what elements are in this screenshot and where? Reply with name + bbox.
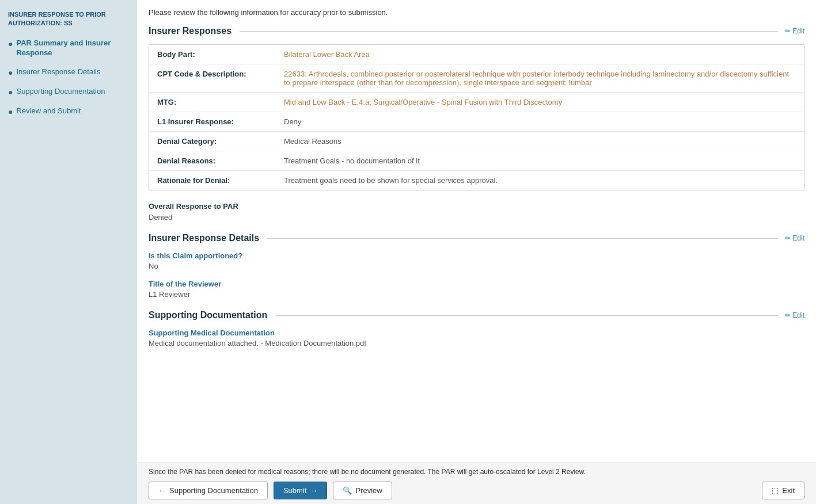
reviewer-title-label: Title of the Reviewer [149,280,804,288]
insurer-response-details-title: Insurer Response Details [149,233,259,243]
pencil-icon-3: ✏ [785,311,791,319]
table-row: Body Part: Bilateral Lower Back Area [149,45,804,64]
section-divider-2 [267,238,778,239]
field-label-mtg: MTG: [157,98,284,106]
reviewer-title-value: L1 Reviewer [149,290,804,299]
field-value-denial-cat: Medical Reasons [284,137,796,146]
claim-apportioned-group: Is this Claim apportioned? No [149,251,804,270]
sidebar-item-insurer-label: Insurer Response Details [16,67,100,77]
supporting-medical-doc-group: Supporting Medical Documentation Medical… [149,329,804,348]
overall-response-value: Denied [149,213,804,222]
footer: Since the PAR has been denied for medica… [137,463,816,504]
insurer-responses-section: Insurer Responses ✏ Edit Body Part: Bila… [149,26,804,190]
overall-response-label: Overall Response to PAR [149,202,804,211]
intro-text: Please review the following information … [149,8,804,17]
insurer-response-details-edit-button[interactable]: ✏ Edit [785,234,804,242]
insurer-responses-edit-label: Edit [792,27,804,35]
insurer-response-details-header: Insurer Response Details ✏ Edit [149,233,804,243]
sidebar-item-supporting-label: Supporting Documentation [16,87,105,97]
supporting-documentation-section: Supporting Documentation ✏ Edit Supporti… [149,310,804,348]
footer-actions: ← Supporting Documentation Submit → 🔍 Pr… [149,482,804,499]
preview-icon: 🔍 [343,486,352,495]
submit-arrow-icon: → [310,486,317,495]
exit-icon: ⬚ [772,486,779,495]
sidebar-item-review-submit[interactable]: ● Review and Submit [0,102,137,121]
bullet-icon-2: ● [8,67,13,78]
section-divider-3 [275,315,778,316]
back-button-label: Supporting Documentation [169,486,258,495]
field-label-l1: L1 Insurer Response: [157,117,284,126]
exit-button[interactable]: ⬚ Exit [762,482,804,499]
sidebar-item-review-label: Review and Submit [16,106,81,116]
back-button[interactable]: ← Supporting Documentation [149,482,268,499]
field-label-denial-cat: Denial Category: [157,137,284,146]
exit-button-label: Exit [782,486,795,495]
bullet-icon-3: ● [8,87,13,97]
submit-button-label: Submit [283,486,306,495]
field-label-body-part: Body Part: [157,50,284,59]
main-panel: Please review the following information … [137,0,816,504]
sidebar-title: INSURER RESPONSE TO PRIOR AUTHORIZATION:… [0,6,137,34]
supporting-medical-doc-value: Medical documentation attached. - Medica… [149,339,804,348]
field-value-cpt: 22633: Arthrodesis, combined posterior o… [284,70,796,87]
supporting-documentation-title: Supporting Documentation [149,310,267,320]
insurer-responses-title: Insurer Responses [149,26,231,36]
insurer-responses-edit-button[interactable]: ✏ Edit [785,27,804,35]
claim-apportioned-value: No [149,262,804,270]
field-value-mtg: Mid and Low Back - E.4.a: Surgical/Opera… [284,98,796,106]
preview-button-label: Preview [355,486,382,495]
table-row: CPT Code & Description: 22633: Arthrodes… [149,64,804,93]
pencil-icon: ✏ [785,27,791,35]
bullet-icon: ● [8,39,13,49]
table-row: Denial Reasons: Treatment Goals - no doc… [149,151,804,171]
field-label-rationale: Rationale for Denial: [157,176,284,185]
section-divider [240,31,778,32]
table-row: L1 Insurer Response: Deny [149,112,804,132]
field-value-denial-reason: Treatment Goals - no documentation of it [284,156,796,165]
preview-button[interactable]: 🔍 Preview [333,482,392,499]
overall-response-section: Overall Response to PAR Denied [149,202,804,222]
table-row: Denial Category: Medical Reasons [149,132,804,151]
table-row: MTG: Mid and Low Back - E.4.a: Surgical/… [149,93,804,112]
sidebar-item-par-summary-label: PAR Summary and Insurer Response [16,39,129,58]
insurer-responses-table: Body Part: Bilateral Lower Back Area CPT… [149,44,804,190]
insurer-responses-header: Insurer Responses ✏ Edit [149,26,804,36]
insurer-response-details-section: Insurer Response Details ✏ Edit Is this … [149,233,804,299]
pencil-icon-2: ✏ [785,234,791,242]
bullet-icon-4: ● [8,106,13,117]
main-content: Please review the following information … [137,0,816,463]
table-row: Rationale for Denial: Treatment goals ne… [149,171,804,190]
sidebar: INSURER RESPONSE TO PRIOR AUTHORIZATION:… [0,0,137,504]
field-value-body-part: Bilateral Lower Back Area [284,50,796,59]
sidebar-item-insurer-details[interactable]: ● Insurer Response Details [0,63,137,82]
field-label-denial-reason: Denial Reasons: [157,156,284,165]
field-value-l1: Deny [284,117,796,126]
field-value-rationale: Treatment goals need to be shown for spe… [284,176,796,185]
sidebar-item-par-summary[interactable]: ● PAR Summary and Insurer Response [0,34,137,63]
submit-button[interactable]: Submit → [274,482,327,499]
back-arrow-icon: ← [158,486,166,495]
sidebar-item-supporting-doc[interactable]: ● Supporting Documentation [0,82,137,102]
reviewer-title-group: Title of the Reviewer L1 Reviewer [149,280,804,299]
insurer-response-details-edit-label: Edit [792,234,804,242]
footer-notice: Since the PAR has been denied for medica… [149,468,804,476]
supporting-documentation-header: Supporting Documentation ✏ Edit [149,310,804,320]
supporting-documentation-edit-label: Edit [792,311,804,319]
claim-apportioned-label: Is this Claim apportioned? [149,251,804,260]
supporting-documentation-edit-button[interactable]: ✏ Edit [785,311,804,319]
supporting-medical-doc-label: Supporting Medical Documentation [149,329,804,337]
field-label-cpt: CPT Code & Description: [157,70,284,78]
